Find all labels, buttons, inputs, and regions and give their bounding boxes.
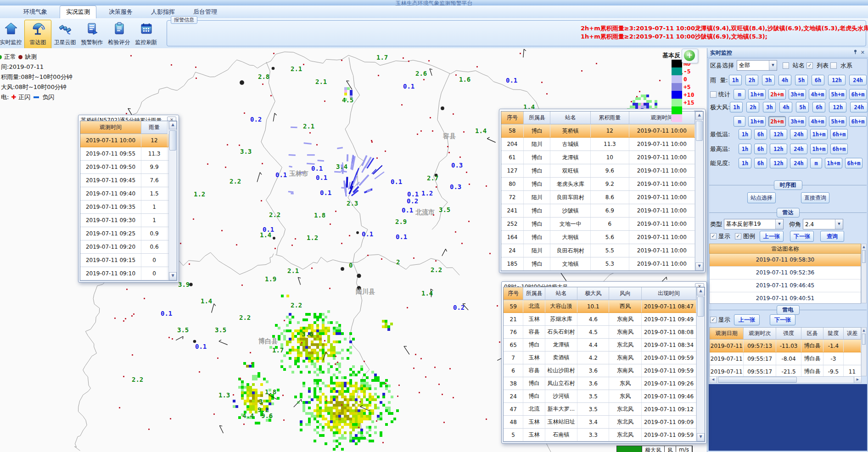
table-row[interactable]: 2019-07-11 10:0012 xyxy=(80,134,168,147)
table-row[interactable]: 24博白沙河镇3.5东风2019-07-11 09:46 xyxy=(504,390,696,403)
table-row[interactable]: 2019-07-11 09:5511.3 xyxy=(80,147,168,161)
layer-列表-checkbox[interactable]: ✓ xyxy=(806,62,813,69)
tmin-6h+m-button[interactable]: 6h+m xyxy=(830,129,848,140)
table-row[interactable]: 2019-07-11 09:457.6 xyxy=(80,174,168,187)
radar-elev-select[interactable]: 2.4▼ xyxy=(803,219,843,229)
table-row[interactable]: 164博白大垌镇5.62019-07-11 10:00 xyxy=(501,231,695,244)
rain-12h-button[interactable]: 12h xyxy=(828,75,846,85)
tmax-24h-button[interactable]: 24h xyxy=(790,144,807,154)
radar-查询-button[interactable]: 查询 xyxy=(820,231,844,242)
rain-6h-button[interactable]: 6h xyxy=(812,75,824,85)
tmin-24h-button[interactable]: 24h xyxy=(790,129,807,140)
tmax-6h+m-button[interactable]: 6h+m xyxy=(830,144,848,154)
scroll-up-icon[interactable]: ▲ xyxy=(169,121,177,129)
table-row[interactable]: 6容县松山沙田村3.6东南风2019-07-11 09:59 xyxy=(504,364,696,377)
column-header-观测日期[interactable]: 观测日期 xyxy=(710,328,744,340)
lightning-row[interactable]: 2019-07-1109:57:13-11.03博白县-1.4 xyxy=(710,340,861,352)
radar-image-item[interactable]: 2019-07-11 09:58:30 xyxy=(710,254,861,267)
rain-stat-2h+m-button[interactable]: 2h+m xyxy=(768,89,786,100)
radar-下一张-button[interactable]: 下一张 xyxy=(790,231,814,242)
wind-12h-button[interactable]: 12h xyxy=(829,102,846,112)
table-row[interactable]: 2019-07-11 09:301 xyxy=(80,214,168,227)
column-header-区县[interactable]: 区县 xyxy=(801,328,823,340)
lightning-hscrollbar[interactable]: ◀▶ xyxy=(709,376,862,383)
column-header-极大风[interactable]: 极大风 xyxy=(577,287,609,300)
table-row[interactable]: 65博白龙潭镇4.4东北风2019-07-11 08:34 xyxy=(504,339,696,352)
toolbar-button-卫星云图[interactable]: 卫星云图 xyxy=(51,20,78,50)
column-header-观测时间[interactable]: 观测时间 xyxy=(80,121,141,134)
table-row[interactable]: 2019-07-11 09:401.5 xyxy=(80,187,168,201)
rain-stat-5h+m-button[interactable]: 5h+m xyxy=(829,89,846,100)
scroll-down-icon[interactable]: ▼ xyxy=(695,262,703,271)
column-header-风向[interactable]: 风向 xyxy=(609,287,642,300)
radar-image-item[interactable]: 2019-07-11 09:40:51 xyxy=(710,292,861,304)
district-select[interactable]: 全部▼ xyxy=(737,60,777,71)
column-header-所属县[interactable]: 所属县 xyxy=(524,112,551,124)
wind-2h-button[interactable]: 2h xyxy=(746,102,759,112)
column-header-出现时间[interactable]: 出现时间 xyxy=(642,287,696,300)
wind-stat-5h+m-button[interactable]: 5h+m xyxy=(829,116,846,127)
table-row[interactable]: 21玉林苏烟水库4.6东南风2019-07-11 09:49 xyxy=(504,313,696,326)
lightning-row[interactable]: 2019-07-1109:55:17-21.5博白县-9.511 xyxy=(710,365,861,377)
rain-stat-4h+m-button[interactable]: 4h+m xyxy=(809,89,826,100)
wind-5h-button[interactable]: 5h xyxy=(796,102,809,112)
vis-1h-button[interactable]: 1h xyxy=(739,158,751,168)
chevron-down-icon[interactable]: ▼ xyxy=(835,219,843,229)
tmin-12h-button[interactable]: 12h xyxy=(770,129,787,140)
rain-1h-button[interactable]: 1h xyxy=(729,75,742,85)
column-header-误差[interactable]: 误差 xyxy=(844,328,861,340)
wind-4h-button[interactable]: 4h xyxy=(779,102,792,112)
vis-24h-button[interactable]: 24h xyxy=(790,158,807,168)
radar-上一张-button[interactable]: 上一张 xyxy=(760,231,784,242)
table-row[interactable]: 72陆川良田车田村8.62019-07-11 10:00 xyxy=(501,191,695,204)
rain-stat-1h+m-button[interactable]: 1h+m xyxy=(748,89,766,100)
timeseries-直接查询-button[interactable]: 直接查询 xyxy=(801,192,829,203)
vis-6h-button[interactable]: 6h xyxy=(754,158,767,168)
table-row[interactable]: 2019-07-11 09:100 xyxy=(80,267,168,280)
rain-stat-checkbox[interactable] xyxy=(710,91,717,98)
vertical-scrollbar[interactable]: ▲▼ xyxy=(168,121,177,280)
toolbar-button-检验评分[interactable]: 检验评分 xyxy=(106,20,133,50)
chevron-down-icon[interactable]: ▼ xyxy=(775,219,783,229)
tab-决策服务[interactable]: 决策服务 xyxy=(103,6,139,18)
wind-24h-button[interactable]: 24h xyxy=(850,102,868,112)
column-header-所属县[interactable]: 所属县 xyxy=(523,287,545,300)
table-row[interactable]: 2019-07-11 09:150 xyxy=(80,254,168,267)
layer-站名-checkbox[interactable] xyxy=(783,62,789,69)
vertical-scrollbar[interactable]: ▲▼ xyxy=(695,112,703,271)
table-row[interactable]: 38博白凤山立石村3.6东风2019-07-11 09:26 xyxy=(504,377,696,390)
layer-水系-checkbox[interactable] xyxy=(830,62,837,69)
lightning-上一张-button[interactable]: 上一张 xyxy=(734,314,760,325)
vis-6h+m-button[interactable]: 6h+m xyxy=(845,158,862,168)
station-rain-dialog[interactable]: 英桥镇(N5702)逐5分钟累计雨量 ✕ 观测时间雨量2019-07-11 10… xyxy=(78,115,179,283)
rain-stat-m-button[interactable]: m xyxy=(734,89,745,100)
tmax-12h-button[interactable]: 12h xyxy=(770,144,787,154)
legend-add-button[interactable]: + xyxy=(682,49,698,63)
table-row[interactable]: 48玉林玉林站旧址3.4东北风2019-07-11 09:09 xyxy=(504,416,696,429)
table-row[interactable]: 2019-07-11 09:351 xyxy=(80,201,168,214)
rain-2h-button[interactable]: 2h xyxy=(745,75,758,85)
column-header-雨量[interactable]: 雨量 xyxy=(141,121,168,134)
table-row[interactable]: 5玉林石南镇3.3东北风2019-07-11 09:59 xyxy=(504,429,696,441)
lightning-show-checkbox[interactable]: ✓ xyxy=(710,317,717,323)
extreme-wind-dialog[interactable]: 08时~10时00分钟极大风 ✕ 序号所属县站名极大风风向出现时间59北流大容山… xyxy=(501,281,707,444)
radar-image-item[interactable]: 2019-07-11 09:52:36 xyxy=(710,267,861,279)
tmax-1h-button[interactable]: 1h xyxy=(739,144,751,154)
scroll-thumb[interactable] xyxy=(696,121,703,141)
wind-stat-6h+m-button[interactable]: 6h+m xyxy=(849,116,867,127)
wind-stat-1h+m-button[interactable]: 1h+m xyxy=(748,116,766,127)
radar-type-select[interactable]: 基本反射率19▼ xyxy=(724,219,784,229)
wind-stat-3h+m-button[interactable]: 3h+m xyxy=(789,116,806,127)
table-row[interactable]: 252博白文地一中62019-07-11 10:00 xyxy=(501,218,695,231)
toolbar-button-预警制作[interactable]: 预警制作 xyxy=(78,20,106,50)
tmin-1h-button[interactable]: 1h xyxy=(739,129,751,140)
table-row[interactable]: 2019-07-11 09:250.9 xyxy=(80,227,168,240)
rain-24h-button[interactable]: 24h xyxy=(849,75,867,85)
timeseries-站点选择-button[interactable]: 站点选择 xyxy=(747,192,776,203)
lightning-下一张-button[interactable]: 下一张 xyxy=(770,314,795,325)
toolbar-button-实时监控[interactable]: 实时监控 xyxy=(0,20,24,50)
radar-显示-checkbox[interactable]: ✓ xyxy=(710,233,717,240)
column-header-陡度[interactable]: 陡度 xyxy=(823,328,844,340)
tmax-1h+m-button[interactable]: 1h+m xyxy=(810,144,828,154)
column-header-站名[interactable]: 站名 xyxy=(550,112,591,124)
